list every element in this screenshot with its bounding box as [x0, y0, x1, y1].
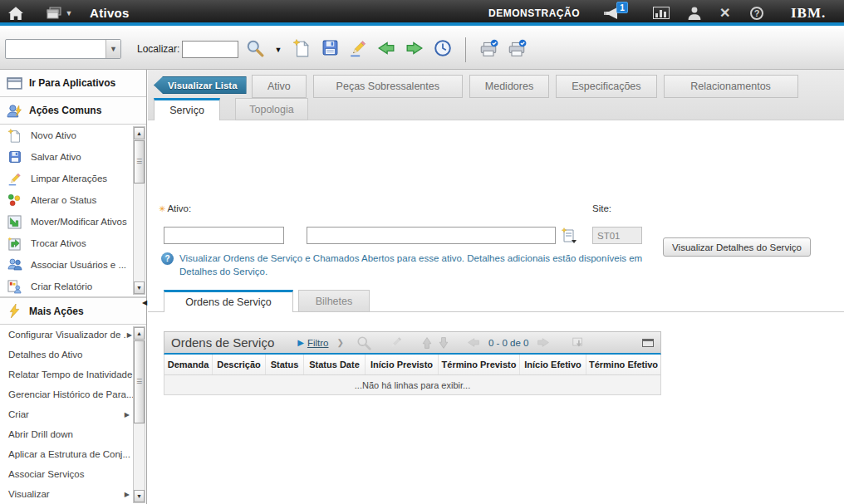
- chevron-down-icon: ▼: [106, 40, 120, 58]
- sidebar-collapse-handle[interactable]: ◀: [142, 299, 147, 306]
- view-service-details-button[interactable]: Visualizar Detalhes do Serviço: [663, 237, 811, 257]
- announcements-button[interactable]: 1: [603, 0, 620, 26]
- detail-menu-button[interactable]: [561, 227, 579, 245]
- home-button[interactable]: [8, 0, 23, 26]
- column-header[interactable]: Término Efetivo: [586, 355, 660, 374]
- sidebar-item-mover-modificar[interactable]: Mover/Modificar Ativos: [0, 211, 146, 232]
- more-actions-item-aplicar-estrutura[interactable]: Aplicar a Estrutura de Conj...: [0, 444, 146, 464]
- column-header[interactable]: Demanda: [164, 355, 213, 374]
- more-actions-item-visualizar[interactable]: Visualizar ▶: [0, 484, 146, 504]
- column-header[interactable]: Descrição: [213, 355, 266, 374]
- next-record-button[interactable]: [404, 39, 425, 61]
- maximo-app: ▼ Ativos DEMONSTRAÇÃO 1: [0, 0, 844, 504]
- create-report-icon: [7, 279, 22, 295]
- more-actions-item-configurar-visualizador[interactable]: Configurar Visualizador de . ▶: [0, 325, 146, 345]
- sidebar-item-associar-usuarios[interactable]: Associar Usuários e ...: [0, 254, 146, 276]
- more-actions-item-abrir-drilldown[interactable]: Abrir Drill down: [0, 424, 146, 444]
- sidebar-item-salvar-ativo[interactable]: Salvar Ativo: [0, 146, 146, 168]
- scroll-up-icon[interactable]: ▲: [134, 127, 145, 139]
- arrow-left-icon: [377, 40, 395, 60]
- profile-button[interactable]: [688, 0, 701, 26]
- notification-badge: 1: [616, 2, 628, 13]
- table-column-headers: Demanda Descrição Status Status Date Iní…: [164, 355, 661, 375]
- history-button[interactable]: [432, 39, 454, 61]
- environment-label: DEMONSTRAÇÃO: [488, 0, 580, 26]
- sidebar-header-more-actions[interactable]: Mais Ações: [0, 297, 146, 325]
- new-record-button[interactable]: [291, 39, 312, 61]
- asset-input[interactable]: [164, 227, 284, 244]
- scrollbar-thumb[interactable]: ☰: [134, 340, 145, 423]
- print-button[interactable]: [478, 39, 499, 61]
- sidebar-header-common-actions[interactable]: Ações Comuns: [0, 97, 146, 125]
- tab-topologia[interactable]: Topologia: [235, 98, 308, 120]
- more-actions-item-relatar-tempo[interactable]: Relatar Tempo de Inatividade: [0, 365, 146, 384]
- search-menu-button[interactable]: ▼: [272, 46, 284, 54]
- tab-medidores[interactable]: Medidores: [469, 75, 549, 98]
- column-header[interactable]: Status: [266, 355, 304, 374]
- filter-expand-icon[interactable]: ▶: [297, 338, 304, 347]
- search-button[interactable]: [244, 39, 266, 61]
- record-selector[interactable]: ▼: [5, 39, 121, 59]
- find-input[interactable]: [182, 41, 238, 58]
- more-actions-item-associar-servicos[interactable]: Associar Serviços: [0, 464, 146, 484]
- person-icon: [688, 7, 701, 20]
- previous-record-button[interactable]: [375, 39, 397, 61]
- printer-icon: [478, 39, 498, 61]
- column-header[interactable]: Status Date: [304, 355, 366, 374]
- search-icon: [246, 39, 264, 61]
- scrollbar-thumb[interactable]: ☰: [134, 140, 145, 183]
- tab-ordens-de-servico[interactable]: Ordens de Serviço: [164, 290, 293, 312]
- service-tab-content: ✳Ativo: Site: ST01 ? Visualizar Ordens d…: [148, 120, 844, 504]
- column-header[interactable]: Término Previsto: [439, 355, 520, 374]
- download-icon: [570, 335, 586, 351]
- sidebar-item-limpar-alteracoes[interactable]: Limpar Alterações: [0, 168, 146, 189]
- sidebar-item-criar-relatorio[interactable]: Criar Relatório: [0, 276, 146, 297]
- clear-changes-button[interactable]: [347, 39, 369, 61]
- sidebar-item-trocar-ativos[interactable]: Trocar Ativos: [0, 232, 146, 254]
- tab-relacionamentos[interactable]: Relacionamentos: [664, 75, 798, 98]
- sidebar-item-novo-ativo[interactable]: Novo Ativo: [0, 125, 146, 146]
- reports-button[interactable]: [653, 0, 670, 26]
- scroll-down-icon[interactable]: ▼: [134, 490, 145, 502]
- print-with-attachments-button[interactable]: [506, 39, 528, 61]
- more-actions-item-detalhes-do-ativo[interactable]: Detalhes do Ativo: [0, 345, 146, 365]
- info-message: ? Visualizar Ordens de Serviço e Chamado…: [161, 252, 660, 278]
- tab-ativo[interactable]: Ativo: [252, 75, 307, 98]
- more-actions-list: Configurar Visualizador de . ▶ Detalhes …: [0, 325, 146, 504]
- main-content: Visualizar Lista Ativo Peças Sobressalen…: [148, 70, 844, 504]
- table-edit-icon: [387, 335, 404, 351]
- more-actions-scrollbar[interactable]: ▲ ☰ ▼: [133, 326, 145, 503]
- workorder-section-tabs: Ordens de Serviço Bilhetes: [148, 289, 844, 312]
- toolbar: ▼ Localizar: ▼: [0, 29, 844, 70]
- column-header[interactable]: Início Efetivo: [520, 355, 586, 374]
- scroll-up-icon[interactable]: ▲: [134, 327, 145, 340]
- arrow-right-icon: [405, 40, 424, 60]
- view-list-button[interactable]: Visualizar Lista: [154, 76, 247, 94]
- help-bubble-icon: ?: [161, 252, 174, 265]
- more-actions-item-gerenciar-historico[interactable]: Gerenciar Histórico de Para...: [0, 384, 146, 404]
- common-actions-scrollbar[interactable]: ▲ ☰ ▼: [133, 126, 145, 295]
- tab-strip: Visualizar Lista Ativo Peças Sobressalen…: [148, 70, 844, 120]
- close-icon: ✕: [719, 5, 730, 21]
- sign-out-button[interactable]: ✕: [719, 0, 730, 26]
- sidebar-item-alterar-status[interactable]: Alterar o Status: [0, 189, 146, 211]
- save-button[interactable]: [319, 39, 341, 61]
- scroll-down-icon[interactable]: ▼: [134, 281, 145, 294]
- more-actions-item-criar[interactable]: Criar ▶: [0, 404, 146, 424]
- titlebar: ▼ Ativos DEMONSTRAÇÃO 1: [0, 0, 844, 26]
- sidebar-item-go-to-applications[interactable]: Ir Para Aplicativos: [0, 70, 146, 97]
- help-button[interactable]: ?: [750, 0, 763, 26]
- apps-menu-icon: [47, 7, 63, 20]
- minimize-table-icon[interactable]: [642, 339, 654, 347]
- tab-servico[interactable]: Serviço: [154, 98, 220, 120]
- home-icon: [8, 7, 23, 20]
- tab-pecas-sobressalentes[interactable]: Peças Sobressalentes: [313, 75, 463, 98]
- window-icon: [7, 76, 22, 91]
- apps-menu-button[interactable]: ▼: [47, 0, 75, 26]
- find-label: Localizar:: [137, 43, 179, 55]
- asset-description-input[interactable]: [307, 227, 556, 244]
- tab-bilhetes[interactable]: Bilhetes: [298, 290, 370, 312]
- tab-especificacoes[interactable]: Especificações: [556, 75, 656, 98]
- column-header[interactable]: Início Previsto: [366, 355, 439, 374]
- filter-link[interactable]: Filtro: [307, 338, 329, 348]
